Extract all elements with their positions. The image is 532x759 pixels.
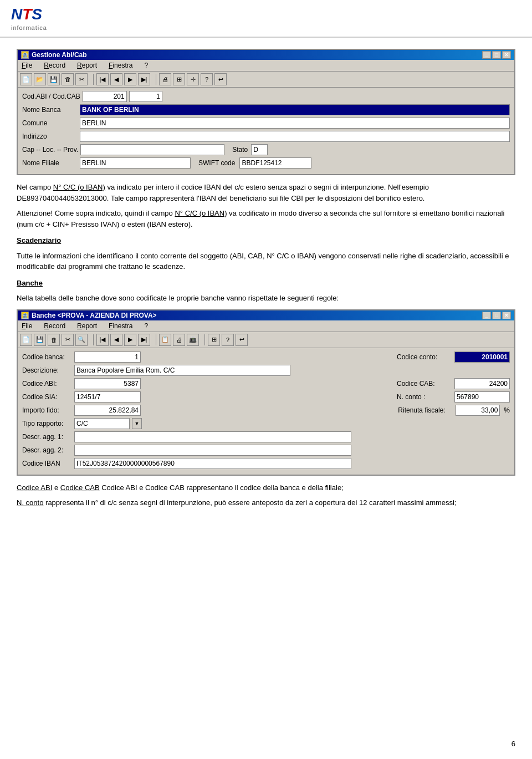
menu-file[interactable]: File: [20, 61, 34, 70]
tb-first[interactable]: |◀: [96, 73, 109, 85]
tb-delete[interactable]: 🗑: [62, 73, 74, 85]
descr-agg2-input[interactable]: [74, 445, 351, 456]
scadenziario-heading: Scadenziario: [17, 235, 515, 246]
dialog2-form: Codice banca: Codice conto: Descrizione:…: [18, 348, 514, 475]
d2-menu-finestra[interactable]: Finestra: [107, 322, 134, 330]
footer-line1: Codice ABI e Codice CAB Codice ABI e Cod…: [17, 482, 515, 493]
indirizzo-label: Indirizzo: [22, 133, 78, 140]
nome-filiale-input[interactable]: [80, 157, 191, 169]
tb-last[interactable]: ▶|: [138, 73, 150, 85]
scadenziario-text: Tutte le informazioni che identificano i…: [17, 251, 515, 272]
tb-plus2[interactable]: ✛: [187, 73, 199, 85]
d2-tb-next[interactable]: ▶: [124, 334, 136, 346]
dialog1-titlebar: 🏦 Gestione Abi/Cab _ □ ✕: [18, 50, 514, 60]
tipo-rapporto-dropdown[interactable]: ▼: [132, 418, 142, 429]
codice-sia-label: Codice SIA:: [22, 393, 72, 401]
d2-minimize-button[interactable]: _: [482, 312, 491, 319]
menu-finestra[interactable]: Finestra: [107, 61, 134, 70]
d2-tb-new[interactable]: 📄: [20, 334, 32, 346]
banche-intro: Nella tabella delle banche dove sono cod…: [17, 293, 515, 304]
form-row-nomebanca: Nome Banca: [22, 104, 510, 115]
maximize-button[interactable]: □: [492, 51, 501, 59]
stato-input[interactable]: [251, 144, 268, 155]
d2-tb-sep2: [153, 334, 156, 345]
scadenziario-section: Scadenziario Tutte le informazioni che i…: [17, 235, 515, 272]
menu-report[interactable]: Report: [75, 61, 99, 70]
menu-record[interactable]: Record: [42, 61, 67, 70]
tb-cut[interactable]: ✂: [75, 73, 88, 85]
cod-abi-input[interactable]: [83, 91, 127, 102]
banche-row-tipo: Tipo rapporto: ▼: [22, 418, 510, 429]
d2-tb-zoom[interactable]: ⊞: [208, 334, 220, 346]
d2-menu-file[interactable]: File: [20, 322, 34, 330]
nome-banca-input[interactable]: [80, 104, 510, 115]
codice-iban-label: Codice IBAN: [22, 460, 72, 467]
dialog2-controls: _ □ ✕: [482, 312, 511, 319]
codice-iban-input[interactable]: [74, 458, 351, 469]
tb-zoom[interactable]: ⊞: [173, 73, 185, 85]
tb-sep1: [90, 74, 94, 85]
ritenuta-label: Ritenuta fiscale:: [398, 406, 453, 414]
tb-new[interactable]: 📄: [20, 73, 32, 85]
importo-fido-input[interactable]: [74, 405, 141, 416]
d2-tb-exit[interactable]: ↩: [236, 334, 248, 346]
codice-conto-input[interactable]: [454, 352, 510, 363]
dialog1-icon: 🏦: [21, 51, 29, 59]
d2-tb-sep3: [202, 334, 205, 345]
d2-tb-print2[interactable]: 🖨: [173, 334, 185, 346]
indirizzo-input[interactable]: [80, 131, 510, 142]
d2-menu-report[interactable]: Report: [75, 322, 99, 330]
tipo-rapporto-input[interactable]: [74, 418, 130, 429]
tb-exit[interactable]: ↩: [214, 73, 227, 85]
form-row-indirizzo: Indirizzo: [22, 131, 510, 142]
nome-banca-label: Nome Banca: [22, 106, 78, 114]
stato-label: Stato: [232, 146, 248, 154]
tb-help2[interactable]: ?: [201, 73, 213, 85]
ritenuta-input[interactable]: [456, 405, 500, 416]
d2-tb-save[interactable]: 💾: [34, 334, 46, 346]
banche-section: Banche Nella tabella delle banche dove s…: [17, 278, 515, 304]
d2-maximize-button[interactable]: □: [492, 312, 501, 319]
cod-cab-input[interactable]: [129, 91, 162, 102]
d2-tb-help2[interactable]: ?: [222, 334, 234, 346]
codice-banca-input[interactable]: [74, 352, 141, 363]
minimize-button[interactable]: _: [482, 51, 491, 59]
tb-prev[interactable]: ◀: [110, 73, 122, 85]
d2-menu-record[interactable]: Record: [42, 322, 67, 330]
d2-tb-last[interactable]: ▶|: [138, 334, 150, 346]
codice-abi-label: Codice ABI:: [22, 380, 72, 388]
tb-next[interactable]: ▶: [124, 73, 136, 85]
codice-sia-input[interactable]: [74, 391, 141, 403]
gestione-abi-cab-dialog: 🏦 Gestione Abi/Cab _ □ ✕ File Record Rep…: [17, 49, 515, 175]
descr-agg1-input[interactable]: [74, 431, 351, 442]
comune-label: Comune: [22, 119, 78, 127]
codice-conto-label: Codice conto:: [397, 353, 452, 361]
close-button[interactable]: ✕: [502, 51, 511, 59]
d2-close-button[interactable]: ✕: [502, 312, 511, 319]
d2-tb-delete[interactable]: 🗑: [48, 334, 60, 346]
d2-tb-first[interactable]: |◀: [96, 334, 109, 346]
comune-input[interactable]: [80, 118, 510, 129]
n-conto-input[interactable]: [454, 391, 510, 403]
paragraph-1: Nel campo N° C/C (o IBAN) va indicato pe…: [17, 182, 515, 203]
cap-input[interactable]: [80, 144, 224, 155]
d2-menu-help[interactable]: ?: [142, 322, 150, 330]
footer-line2-text: rappresenta il n° di c/c senza segni di …: [45, 498, 457, 507]
d2-tb-print1[interactable]: 📋: [159, 334, 171, 346]
tb-print[interactable]: 🖨: [159, 73, 171, 85]
swift-input[interactable]: [239, 157, 311, 169]
tb-sep2: [153, 74, 156, 85]
d2-tb-search[interactable]: 🔍: [75, 334, 88, 346]
form-row-codabi: Cod.ABI / Cod.CAB: [22, 91, 510, 102]
d2-tb-cut[interactable]: ✂: [62, 334, 74, 346]
descrizione-input[interactable]: [74, 365, 290, 376]
ritenuta-sym: %: [504, 406, 510, 414]
codice-cab-input[interactable]: [454, 378, 510, 389]
codice-abi-input[interactable]: [74, 378, 141, 389]
tb-open[interactable]: 📂: [34, 73, 46, 85]
d2-tb-print3[interactable]: 📠: [187, 334, 199, 346]
d2-tb-prev[interactable]: ◀: [110, 334, 122, 346]
tb-save[interactable]: 💾: [48, 73, 60, 85]
banche-row-codice: Codice banca: Codice conto:: [22, 352, 510, 363]
menu-help[interactable]: ?: [142, 61, 150, 70]
